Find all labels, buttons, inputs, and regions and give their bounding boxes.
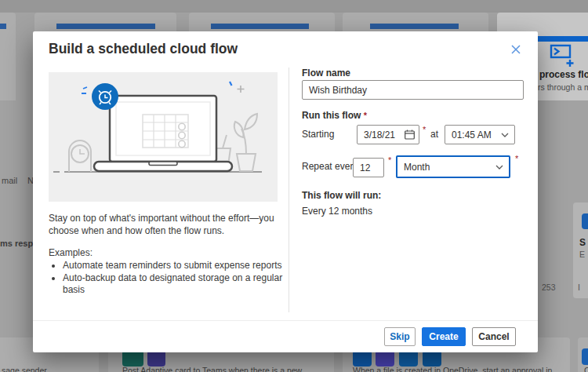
text-fragment: I [578, 283, 580, 292]
card-thumbnail-bar [56, 24, 155, 29]
summary-value: Every 12 months [302, 206, 372, 217]
approvals-icon [376, 350, 394, 367]
chevron-down-icon [495, 133, 514, 137]
card-thumbnail-bar [211, 24, 309, 29]
start-date-value: 3/18/21 [358, 129, 400, 140]
outlook-icon [399, 350, 418, 367]
card-thumbnail-bar [0, 24, 6, 29]
required-marker: * [388, 155, 391, 165]
pane-divider [289, 67, 289, 312]
template-title-fragment: When a file is created in OneDrive, star… [353, 366, 552, 372]
cancel-button[interactable]: Cancel [472, 327, 516, 346]
example-item: Automate team reminders to submit expens… [63, 260, 290, 272]
run-this-flow-label: Run this flow * [302, 110, 367, 121]
template-title-fragment: Post Adaptive card to Teams when there i… [122, 366, 302, 372]
template-title-fragment: process flow [539, 69, 588, 80]
onedrive-icon [353, 350, 372, 367]
repeat-frequency-value: Month [397, 162, 490, 173]
repeat-interval-input[interactable] [353, 158, 384, 177]
required-marker: * [364, 111, 367, 120]
text-fragment: S [579, 237, 586, 248]
at-label: at [430, 129, 438, 140]
flow-name-input[interactable] [302, 80, 524, 100]
repeat-frequency-dropdown[interactable]: Month [396, 155, 510, 178]
text-fragment: mail [2, 176, 17, 185]
examples-label: Examples: [49, 247, 290, 258]
screen: process flow rs through a mu mail N ms r… [0, 0, 588, 372]
required-marker: * [423, 125, 426, 134]
required-marker: * [515, 154, 518, 163]
calendar-icon[interactable] [400, 129, 419, 140]
repeat-every-label: Repeat every [302, 161, 358, 172]
template-title-fragment: C [584, 366, 588, 372]
template-title-fragment: sage sender [2, 366, 47, 372]
dialog-form-pane: Flow name Run this flow * Starting 3/18/… [302, 31, 524, 352]
flow-name-label: Flow name [302, 67, 350, 78]
text-fragment: E [579, 250, 585, 259]
template-card: S E I [573, 202, 588, 298]
forms-icon [122, 350, 143, 367]
summary-label: This flow will run: [302, 190, 381, 201]
card-thumbnail-bar [370, 24, 459, 29]
template-subtitle-fragment: rs through a mu [538, 82, 588, 92]
skip-button[interactable]: Skip [384, 327, 416, 346]
starting-label: Starting [302, 129, 334, 140]
start-time-dropdown[interactable]: 01:45 AM [445, 125, 515, 144]
connector-icon [582, 213, 588, 229]
dialog-description: Stay on top of what's important without … [49, 213, 289, 237]
start-date-picker[interactable]: 3/18/21 [357, 125, 419, 144]
connector-icon [582, 348, 588, 365]
start-time-value: 01:45 AM [445, 129, 495, 140]
process-flow-icon [546, 43, 575, 71]
scheduled-flow-illustration [49, 72, 278, 202]
build-scheduled-flow-dialog: Build a scheduled cloud flow [33, 31, 538, 352]
dialog-title: Build a scheduled cloud flow [49, 41, 238, 57]
dialog-left-pane: Stay on top of what's important without … [49, 72, 290, 297]
text-fragment: 253 [542, 283, 556, 292]
teams-icon [147, 350, 165, 367]
page-header-strip [0, 0, 588, 13]
template-card: C [578, 337, 588, 372]
example-item: Auto-backup data to designated storage o… [63, 272, 290, 297]
chevron-down-icon [490, 165, 509, 170]
create-button[interactable]: Create [422, 327, 466, 346]
sharepoint-icon [423, 350, 441, 367]
dialog-footer: Skip Create Cancel [33, 320, 538, 352]
